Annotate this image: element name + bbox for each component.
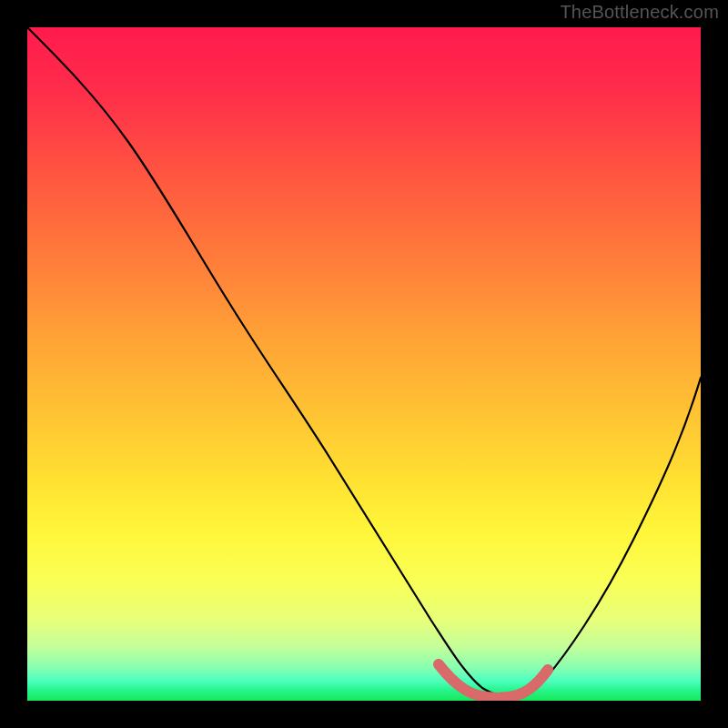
watermark-text: TheBottleneck.com — [560, 2, 719, 23]
bottleneck-curve-line — [27, 27, 701, 697]
chart-frame: TheBottleneck.com — [0, 0, 728, 728]
curve-layer — [27, 27, 701, 701]
optimal-range-highlight — [439, 664, 548, 698]
plot-area — [27, 27, 701, 701]
